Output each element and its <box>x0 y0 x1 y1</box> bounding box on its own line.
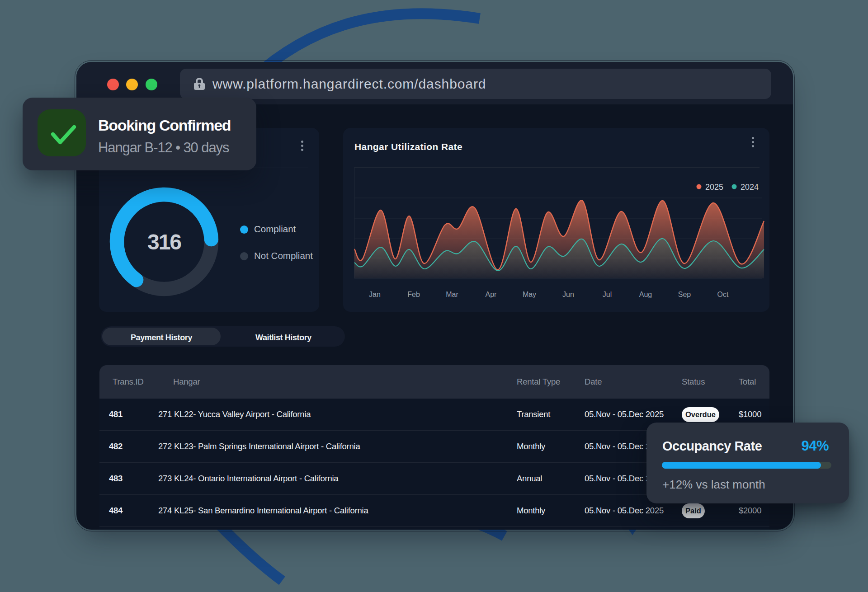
svg-text:Feb: Feb <box>407 291 420 298</box>
svg-text:316: 316 <box>147 230 181 254</box>
svg-text:2024: 2024 <box>741 183 759 192</box>
svg-text:Jun: Jun <box>562 291 574 298</box>
svg-text:Jul: Jul <box>603 291 612 298</box>
svg-text:May: May <box>523 291 536 298</box>
svg-text:Mar: Mar <box>446 291 458 298</box>
svg-text:Aug: Aug <box>639 291 652 298</box>
svg-text:Jan: Jan <box>369 291 381 298</box>
svg-text:Oct: Oct <box>717 291 729 298</box>
svg-text:Sep: Sep <box>678 291 691 298</box>
svg-text:2025: 2025 <box>705 183 723 192</box>
svg-text:Apr: Apr <box>486 291 497 298</box>
